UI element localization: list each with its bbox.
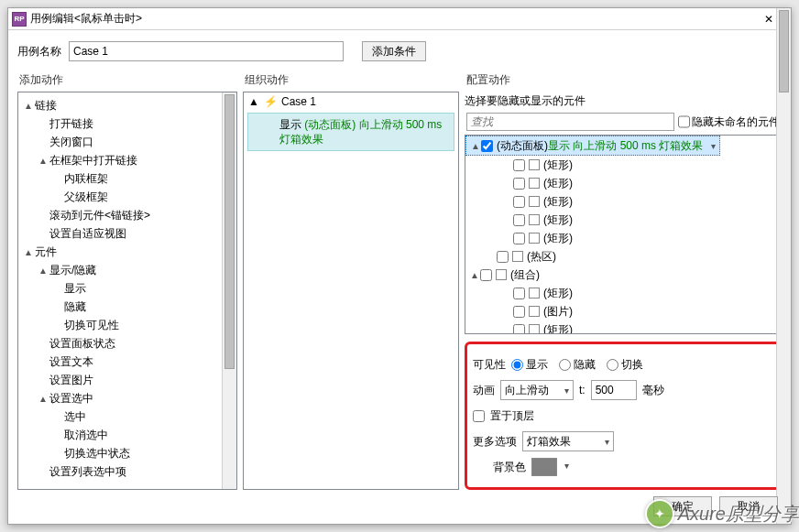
duration-input[interactable] bbox=[591, 380, 637, 400]
visibility-label: 可见性 bbox=[473, 357, 506, 373]
dialog-footer: 确定 取消 bbox=[653, 496, 778, 516]
shape-icon bbox=[529, 306, 540, 317]
case-name-label: 用例名称 bbox=[17, 44, 61, 60]
tree-item[interactable]: 切换可见性 bbox=[20, 316, 235, 334]
visibility-radio[interactable]: 隐藏 bbox=[559, 357, 596, 373]
widget-item[interactable]: (矩形) bbox=[465, 156, 781, 174]
shape-icon bbox=[529, 159, 540, 170]
twisty-icon[interactable]: ▲ bbox=[37, 266, 49, 276]
window-title: 用例编辑<鼠标单击时> bbox=[30, 11, 750, 27]
add-condition-button[interactable]: 添加条件 bbox=[362, 41, 426, 61]
widget-checkbox[interactable] bbox=[513, 159, 525, 171]
tree-item[interactable]: 设置面板状态 bbox=[20, 334, 235, 353]
scrollbar[interactable] bbox=[222, 92, 236, 489]
hide-unnamed-checkbox[interactable]: 隐藏未命名的元件 bbox=[678, 113, 780, 131]
widget-item[interactable]: (图片) bbox=[465, 302, 781, 320]
shape-icon bbox=[496, 269, 507, 280]
shape-icon bbox=[529, 288, 540, 299]
tree-item[interactable]: 关闭窗口 bbox=[20, 133, 235, 151]
widget-item[interactable]: (矩形) bbox=[465, 211, 781, 229]
tree-item[interactable]: 取消选中 bbox=[20, 426, 235, 444]
app-icon: RP bbox=[12, 12, 27, 27]
add-action-header: 添加动作 bbox=[17, 69, 237, 92]
collapse-icon[interactable]: ▲ bbox=[247, 95, 260, 108]
visibility-radio[interactable]: 切换 bbox=[607, 357, 643, 373]
tree-item[interactable]: 隐藏 bbox=[20, 298, 235, 316]
scrollbar[interactable] bbox=[776, 135, 782, 334]
search-input[interactable] bbox=[466, 113, 674, 131]
bgcolor-picker[interactable] bbox=[531, 458, 557, 476]
ms-label: 毫秒 bbox=[642, 383, 664, 398]
twisty-icon[interactable]: ▲ bbox=[22, 101, 35, 111]
widget-item[interactable]: (矩形) bbox=[465, 229, 781, 247]
animation-select[interactable]: 向上滑动 bbox=[500, 380, 574, 400]
widget-tree: ▲(动态面板) 显示 向上滑动 500 ms 灯箱效果(矩形)(矩形)(矩形)(… bbox=[465, 135, 782, 334]
tree-item[interactable]: 打开链接 bbox=[20, 114, 235, 133]
action-tree-panel: ▲链接打开链接关闭窗口▲在框架中打开链接内联框架父级框架滚动到元件<锚链接>设置… bbox=[17, 92, 237, 490]
tree-item[interactable]: 选中 bbox=[20, 407, 235, 426]
widget-item[interactable]: (矩形) bbox=[465, 174, 781, 192]
twisty-icon[interactable]: ▲ bbox=[37, 394, 49, 404]
tree-label: 切换可见性 bbox=[64, 318, 119, 333]
visibility-radio[interactable]: 显示 bbox=[511, 357, 548, 373]
twisty-icon[interactable]: ▲ bbox=[37, 156, 49, 166]
cancel-button[interactable]: 取消 bbox=[719, 496, 778, 516]
widget-item[interactable]: (热区) bbox=[465, 247, 781, 266]
tree-item[interactable]: ▲链接 bbox=[20, 96, 235, 114]
select-widgets-label: 选择要隐藏或显示的元件 bbox=[465, 92, 782, 111]
bring-to-front-checkbox[interactable]: 置于顶层 bbox=[473, 408, 534, 424]
widget-label: (矩形) bbox=[543, 212, 573, 228]
tree-item[interactable]: 父级框架 bbox=[20, 188, 235, 206]
twisty-icon[interactable]: ▲ bbox=[469, 270, 480, 280]
tree-label: 链接 bbox=[35, 98, 57, 114]
tree-item[interactable]: 设置图片 bbox=[20, 371, 235, 389]
widget-checkbox[interactable] bbox=[497, 251, 509, 263]
widget-checkbox[interactable] bbox=[481, 140, 493, 152]
more-options-select[interactable]: 灯箱效果 bbox=[522, 431, 614, 451]
widget-label: (热区) bbox=[527, 249, 556, 265]
tree-label: 在框架中打开链接 bbox=[49, 153, 137, 168]
widget-label: (矩形) bbox=[543, 231, 573, 246]
tree-label: 设置自适应视图 bbox=[49, 226, 126, 242]
tree-label: 设置选中 bbox=[49, 391, 93, 407]
config-area: 可见性 显示隐藏切换 动画 向上滑动 t: 毫秒 置于顶层 更多选项 bbox=[465, 342, 782, 490]
case-name-input[interactable] bbox=[69, 41, 344, 61]
tree-item[interactable]: ▲在框架中打开链接 bbox=[20, 151, 235, 169]
widget-item[interactable]: ▲(动态面板) 显示 向上滑动 500 ms 灯箱效果 bbox=[465, 136, 720, 156]
widget-checkbox[interactable] bbox=[513, 196, 525, 208]
case-row[interactable]: ▲ ⚡ Case 1 bbox=[244, 92, 458, 111]
twisty-icon[interactable]: ▲ bbox=[22, 247, 35, 257]
widget-checkbox[interactable] bbox=[513, 178, 525, 190]
tree-item[interactable]: ▲设置选中 bbox=[20, 389, 235, 407]
widget-label: (矩形) bbox=[543, 322, 573, 335]
widget-checkbox[interactable] bbox=[513, 288, 525, 299]
widget-checkbox[interactable] bbox=[513, 214, 525, 226]
tree-item[interactable]: 设置列表选中项 bbox=[20, 462, 235, 481]
configure-action-column: 配置动作 选择要隐藏或显示的元件 隐藏未命名的元件 ▲(动态面板) 显示 向上滑… bbox=[465, 69, 782, 490]
tree-item[interactable]: 内联框架 bbox=[20, 169, 235, 188]
widget-item[interactable]: (矩形) bbox=[465, 192, 781, 211]
tree-item[interactable]: 显示 bbox=[20, 279, 235, 298]
tree-item[interactable]: 设置自适应视图 bbox=[20, 224, 235, 243]
widget-item[interactable]: (矩形) bbox=[465, 284, 781, 302]
widget-checkbox[interactable] bbox=[513, 306, 525, 318]
twisty-icon[interactable]: ▲ bbox=[470, 141, 481, 151]
tree-label: 设置文本 bbox=[49, 354, 93, 370]
widget-label: (矩形) bbox=[543, 157, 573, 173]
tree-item[interactable]: 滚动到元件<锚链接> bbox=[20, 206, 235, 224]
widget-label: (动态面板) bbox=[497, 138, 548, 154]
widget-item[interactable]: ▲(组合) bbox=[465, 266, 781, 284]
widget-checkbox[interactable] bbox=[513, 233, 525, 244]
widget-item[interactable]: (矩形) bbox=[465, 320, 781, 334]
action-item[interactable]: 显示 (动态面板) 向上滑动 500 ms 灯箱效果 bbox=[247, 113, 454, 151]
widget-checkbox[interactable] bbox=[480, 269, 492, 281]
tree-label: 显示/隐藏 bbox=[49, 263, 96, 278]
tree-item[interactable]: 切换选中状态 bbox=[20, 444, 235, 462]
tree-item[interactable]: ▲显示/隐藏 bbox=[20, 261, 235, 279]
search-row: 隐藏未命名的元件 bbox=[465, 111, 782, 133]
tree-item[interactable]: 设置文本 bbox=[20, 353, 235, 371]
ok-button[interactable]: 确定 bbox=[653, 496, 712, 516]
tree-item[interactable]: ▲元件 bbox=[20, 243, 235, 261]
action-verb: 显示 bbox=[279, 118, 301, 131]
widget-checkbox[interactable] bbox=[513, 324, 525, 335]
